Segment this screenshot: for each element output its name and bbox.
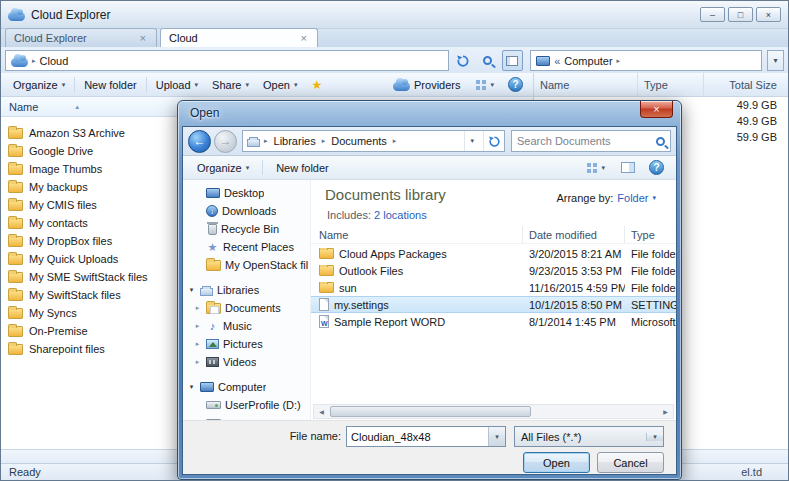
providers-button[interactable]: Providers (386, 76, 467, 94)
organize-button[interactable]: Organize ▾ (6, 76, 72, 94)
file-row[interactable]: Sample Report WORD 8/1/2014 1:45 PM Micr… (311, 313, 676, 330)
breadcrumb-item-documents[interactable]: Documents (329, 135, 389, 147)
help-button[interactable]: ? (649, 160, 664, 175)
open-menu-button[interactable]: Open ▾ (256, 76, 304, 94)
tab-close-icon[interactable]: × (138, 32, 148, 44)
documents-icon (206, 303, 221, 314)
file-type: File folder (625, 265, 676, 277)
horizontal-scrollbar[interactable]: ◀ ▶ (313, 404, 674, 419)
cancel-button-label: Cancel (613, 457, 647, 469)
tab-bar: Cloud Explorer × Cloud × (1, 29, 788, 48)
tree-item-videos[interactable]: ▸Videos (183, 353, 310, 371)
search-box[interactable] (511, 130, 671, 152)
arrange-by-control[interactable]: Arrange by: Folder ▾ (556, 192, 656, 204)
tree-section-label: Computer (218, 381, 266, 393)
expander-icon[interactable]: ▸ (193, 340, 202, 348)
search-input[interactable] (517, 135, 656, 147)
tree-item-my-openstack[interactable]: My OpenStack fil (183, 256, 310, 274)
breadcrumb-item-libraries[interactable]: Libraries (272, 135, 318, 147)
arrange-value[interactable]: Folder (617, 192, 648, 204)
file-name-dropdown-button[interactable]: ▾ (488, 427, 505, 446)
search-button[interactable] (477, 50, 499, 71)
tree-item-recycle-bin[interactable]: Recycle Bin (183, 220, 310, 238)
minimize-button[interactable]: – (700, 7, 725, 22)
file-type-dropdown-button[interactable]: ▾ (646, 433, 663, 441)
dialog-close-button[interactable]: × (640, 101, 673, 118)
folder-icon (8, 254, 23, 265)
column-header-name[interactable]: Name (311, 226, 523, 243)
file-row[interactable]: Cloud Apps Packages 3/20/2015 8:21 AM Fi… (311, 245, 676, 262)
views-button[interactable]: ▾ (469, 77, 501, 93)
file-list-area: Documents library Includes: 2 locations … (311, 180, 676, 420)
file-row-selected[interactable]: my.settings 10/1/2015 8:50 PM SETTINGS F… (311, 296, 676, 313)
upload-button[interactable]: Upload ▾ (149, 76, 205, 94)
back-button[interactable]: ← (188, 130, 211, 153)
computer-breadcrumb[interactable]: « Computer ▸ (530, 50, 762, 71)
file-row[interactable]: sun 11/16/2015 4:59 PM File folder (311, 279, 676, 296)
tab-label: Cloud Explorer (14, 32, 138, 44)
tree-item-downloads[interactable]: Downloads (183, 202, 310, 220)
file-name-input[interactable] (347, 427, 488, 446)
tree-item-music[interactable]: ▸Music (183, 317, 310, 335)
tree-section-libraries[interactable]: ▾Libraries (183, 281, 310, 299)
tab-cloud[interactable]: Cloud × (160, 28, 318, 47)
chevron-right-icon: ▸ (393, 137, 397, 145)
file-row[interactable]: Outlook Files 9/23/2015 3:53 PM File fol… (311, 262, 676, 279)
new-folder-button[interactable]: New folder (77, 76, 144, 94)
expander-icon[interactable]: ▾ (187, 286, 196, 294)
column-header-type[interactable]: Type (625, 226, 676, 243)
help-button[interactable]: ? (508, 77, 523, 92)
dialog-address-breadcrumb[interactable]: ▸ Libraries ▸ Documents ▸ ▾ (242, 130, 505, 152)
column-header-name[interactable]: Name (534, 73, 638, 96)
expander-icon[interactable]: ▾ (187, 383, 196, 391)
cancel-button[interactable]: Cancel (597, 452, 664, 473)
layout-toggle-button[interactable] (502, 50, 524, 71)
scrollbar-thumb[interactable] (330, 406, 531, 417)
share-button[interactable]: Share ▾ (205, 76, 256, 94)
new-folder-button[interactable]: New folder (269, 159, 336, 177)
scroll-left-button[interactable]: ◀ (314, 405, 329, 418)
file-type-combobox[interactable]: All Files (*.*) ▾ (514, 426, 664, 447)
toolbar-separator (74, 77, 75, 92)
refresh-button[interactable] (452, 50, 474, 71)
refresh-button[interactable] (483, 131, 504, 151)
address-history-dropdown[interactable]: ▾ (767, 50, 784, 71)
expander-icon[interactable]: ▸ (193, 358, 202, 366)
open-dialog: Open × ← → ▸ Libraries ▸ Documents ▸ (177, 100, 682, 480)
chevron-down-icon: ▾ (774, 56, 778, 65)
tree-item-pictures[interactable]: ▸Pictures (183, 335, 310, 353)
overflow-chevron-icon[interactable]: « (554, 55, 560, 67)
address-dropdown-button[interactable]: ▾ (464, 131, 479, 151)
file-name: sun (339, 282, 357, 294)
address-breadcrumb[interactable]: ▸ Cloud (5, 50, 449, 71)
views-button[interactable]: ▾ (580, 160, 612, 176)
organize-button[interactable]: Organize ▾ (190, 159, 256, 177)
breadcrumb-item-cloud[interactable]: Cloud (40, 55, 69, 67)
favorites-button[interactable]: ★ (304, 75, 329, 95)
tree-item-desktop[interactable]: Desktop (183, 184, 310, 202)
column-header-type[interactable]: Type (638, 73, 704, 96)
locations-link[interactable]: 2 locations (374, 209, 427, 221)
preview-pane-button[interactable] (614, 159, 642, 176)
scroll-right-button[interactable]: ▶ (658, 405, 673, 418)
maximize-button[interactable]: □ (728, 7, 753, 22)
tree-item-documents[interactable]: ▸Documents (183, 299, 310, 317)
tab-cloud-explorer[interactable]: Cloud Explorer × (5, 28, 157, 47)
expander-icon[interactable]: ▸ (193, 322, 202, 330)
tab-close-icon[interactable]: × (299, 32, 309, 44)
column-header-date-modified[interactable]: Date modified (523, 226, 625, 243)
expander-icon[interactable]: ▸ (193, 304, 202, 312)
scrollbar-track[interactable] (532, 405, 658, 418)
chevron-down-icon: ▾ (294, 81, 298, 89)
close-button[interactable]: × (756, 7, 781, 22)
tree-section-computer[interactable]: ▾Computer (183, 378, 310, 396)
new-folder-label: New folder (84, 79, 137, 91)
breadcrumb-item-computer[interactable]: Computer (564, 55, 612, 67)
tree-item-userprofile-d[interactable]: UserProfile (D:) (183, 396, 310, 414)
column-header-total-size[interactable]: Total Size (704, 73, 788, 96)
file-name-combobox[interactable]: ▾ (346, 426, 506, 447)
tree-item-recent-places[interactable]: Recent Places (183, 238, 310, 256)
folder-name: My Syncs (29, 307, 77, 319)
forward-button[interactable]: → (214, 130, 237, 153)
open-button[interactable]: Open (523, 452, 590, 473)
